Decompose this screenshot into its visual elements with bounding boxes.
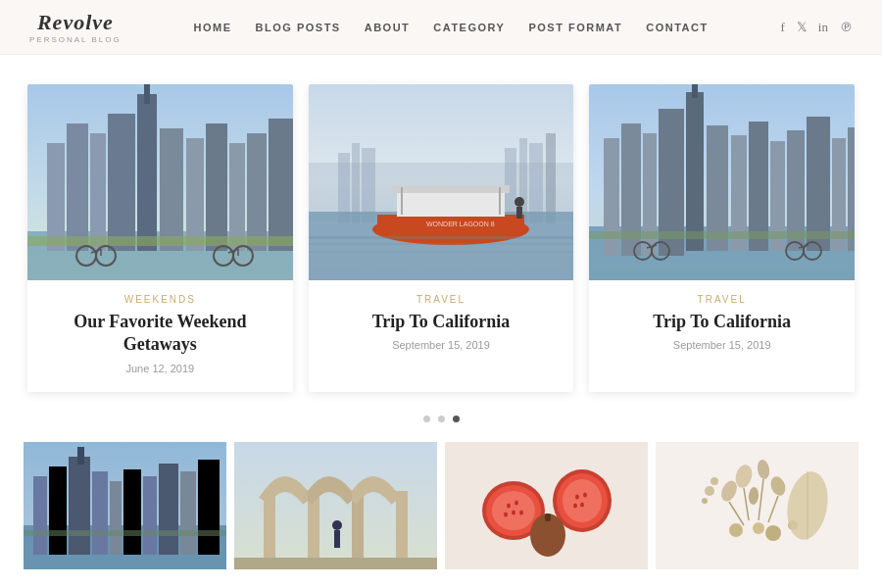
card-3-title: Trip To California <box>605 311 839 333</box>
logo-tagline: PERSONAL BLOG <box>29 35 122 44</box>
pagination-dot-2[interactable] <box>438 416 445 422</box>
svg-rect-58 <box>807 117 830 251</box>
svg-rect-5 <box>108 114 135 251</box>
svg-rect-2 <box>47 143 65 251</box>
svg-point-95 <box>514 500 518 505</box>
svg-rect-75 <box>110 481 122 555</box>
pagination-dot-3[interactable] <box>453 416 460 422</box>
svg-rect-73 <box>77 447 84 465</box>
grid-section <box>0 442 882 569</box>
svg-rect-36 <box>392 185 510 193</box>
svg-point-102 <box>575 494 579 499</box>
svg-rect-72 <box>69 457 90 555</box>
svg-rect-7 <box>144 84 150 104</box>
card-3-date: September 15, 2019 <box>605 339 839 351</box>
svg-rect-74 <box>92 471 108 555</box>
main-content: WEEKENDS Our Favorite Weekend Getaways J… <box>0 55 882 588</box>
svg-point-104 <box>580 502 584 507</box>
svg-point-126 <box>705 486 714 496</box>
svg-point-105 <box>573 503 577 508</box>
svg-point-94 <box>507 503 511 508</box>
svg-point-125 <box>702 498 708 504</box>
svg-point-98 <box>519 510 523 514</box>
svg-rect-14 <box>27 236 293 246</box>
svg-rect-30 <box>529 143 543 223</box>
grid-item-1[interactable] <box>24 442 226 569</box>
svg-point-96 <box>512 510 515 514</box>
card-1-image <box>27 84 293 280</box>
card-1-info: WEEKENDS Our Favorite Weekend Getaways J… <box>27 280 293 392</box>
svg-rect-9 <box>186 138 204 251</box>
card-1-title: Our Favorite Weekend Getaways <box>43 311 277 357</box>
card-2-category: TRAVEL <box>324 294 559 305</box>
card-2[interactable]: WONDER LAGOON 8 TRAVEL Trip To Californi… <box>309 84 574 392</box>
nav-home[interactable]: HOME <box>194 22 232 33</box>
grid-item-3[interactable] <box>445 442 648 569</box>
svg-rect-81 <box>24 530 226 536</box>
svg-rect-40 <box>516 207 522 219</box>
svg-rect-79 <box>180 471 196 555</box>
svg-rect-13 <box>269 119 293 251</box>
pagination-dot-1[interactable] <box>423 416 430 422</box>
svg-rect-4 <box>90 133 106 251</box>
site-header: Revolve PERSONAL BLOG HOME BLOG POSTS AB… <box>0 0 882 55</box>
svg-point-103 <box>583 492 587 497</box>
svg-rect-89 <box>234 558 437 569</box>
nav-contact[interactable]: CONTACT <box>646 22 708 33</box>
svg-rect-41 <box>309 236 574 239</box>
svg-point-39 <box>514 197 524 207</box>
svg-rect-43 <box>309 251 574 253</box>
nav-about[interactable]: ABOUT <box>365 22 411 33</box>
card-2-info: TRAVEL Trip To California September 15, … <box>309 280 574 368</box>
card-3-info: TRAVEL Trip To California September 15, … <box>589 280 855 368</box>
svg-rect-31 <box>546 133 556 223</box>
svg-point-118 <box>729 523 743 537</box>
logo[interactable]: Revolve PERSONAL BLOG <box>29 10 122 44</box>
card-3[interactable]: TRAVEL Trip To California September 15, … <box>589 84 855 392</box>
svg-rect-8 <box>160 128 183 251</box>
pagination-dots <box>0 402 882 442</box>
svg-rect-80 <box>198 460 220 555</box>
card-2-title: Trip To California <box>324 311 559 333</box>
card-2-image: WONDER LAGOON 8 <box>309 84 574 280</box>
svg-point-120 <box>765 525 781 541</box>
social-icons: f 𝕏 in ℗ <box>781 20 853 35</box>
svg-rect-71 <box>49 466 67 555</box>
pinterest-icon[interactable]: ℗ <box>840 20 853 35</box>
svg-rect-88 <box>334 530 340 548</box>
card-1[interactable]: WEEKENDS Our Favorite Weekend Getaways J… <box>27 84 293 392</box>
card-3-category: TRAVEL <box>605 294 839 305</box>
svg-point-119 <box>753 522 764 534</box>
svg-point-87 <box>332 520 342 530</box>
linkedin-icon[interactable]: in <box>818 20 828 35</box>
svg-rect-12 <box>247 133 267 251</box>
svg-point-101 <box>563 479 602 522</box>
svg-point-124 <box>710 477 718 485</box>
nav-post-format[interactable]: POST FORMAT <box>528 22 622 33</box>
svg-rect-52 <box>692 84 698 98</box>
svg-rect-3 <box>67 123 88 251</box>
nav-blog-posts[interactable]: BLOG POSTS <box>256 22 341 33</box>
svg-rect-10 <box>206 123 227 251</box>
card-1-category: WEEKENDS <box>43 294 277 305</box>
card-3-image <box>589 84 855 280</box>
svg-rect-26 <box>352 143 360 223</box>
nav-category[interactable]: CATEGORY <box>433 22 505 33</box>
svg-rect-76 <box>123 469 141 555</box>
twitter-icon[interactable]: 𝕏 <box>797 20 807 35</box>
grid-item-2[interactable] <box>234 442 437 569</box>
logo-title: Revolve <box>37 10 114 35</box>
svg-text:WONDER LAGOON 8: WONDER LAGOON 8 <box>426 220 495 227</box>
svg-rect-77 <box>143 476 157 555</box>
svg-point-97 <box>504 512 508 516</box>
svg-rect-6 <box>137 94 157 251</box>
svg-rect-11 <box>229 143 245 251</box>
card-1-date: June 12, 2019 <box>43 363 277 374</box>
main-nav: HOME BLOG POSTS ABOUT CATEGORY POST FORM… <box>194 22 709 33</box>
svg-rect-70 <box>33 476 47 555</box>
svg-rect-61 <box>589 231 855 239</box>
grid-item-4[interactable] <box>656 442 858 569</box>
svg-rect-42 <box>309 243 574 245</box>
svg-rect-51 <box>686 92 704 251</box>
facebook-icon[interactable]: f <box>781 20 785 35</box>
